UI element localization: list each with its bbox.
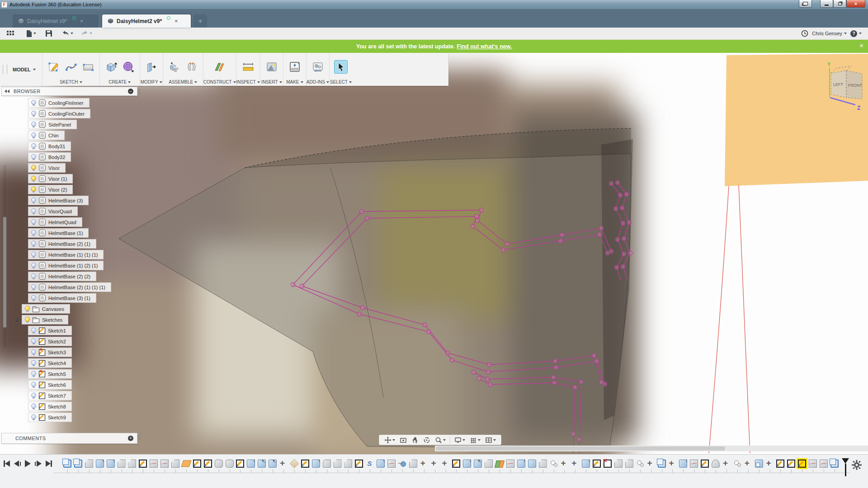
timeline-feature-freeform[interactable] bbox=[160, 460, 169, 468]
visibility-bulb-icon[interactable] bbox=[31, 111, 36, 117]
timeline-feature-reverse[interactable] bbox=[398, 460, 406, 468]
timeline-feature-component[interactable] bbox=[830, 460, 839, 468]
grid-snaps-button[interactable] bbox=[468, 436, 482, 444]
browser-item-sketch4[interactable]: Sketch4 bbox=[28, 358, 72, 368]
restore-button[interactable] bbox=[833, 0, 846, 8]
timeline-feature-extrude[interactable] bbox=[247, 460, 255, 468]
panel-resize-grip[interactable] bbox=[139, 435, 140, 440]
extrude-button[interactable] bbox=[104, 60, 118, 74]
timeline-feature-split[interactable] bbox=[474, 460, 482, 468]
timeline-feature-chamfer[interactable] bbox=[85, 460, 93, 468]
timeline-feature-component[interactable] bbox=[74, 460, 82, 468]
timeline-feature-extrude[interactable] bbox=[96, 460, 104, 468]
browser-item-visorquad[interactable]: VisorQuad bbox=[28, 206, 78, 216]
visibility-bulb-icon[interactable] bbox=[31, 404, 36, 410]
timeline-feature-move[interactable] bbox=[279, 460, 288, 468]
visibility-bulb-icon[interactable] bbox=[25, 317, 30, 323]
timeline-feature-corner[interactable] bbox=[755, 460, 763, 468]
redo-button[interactable] bbox=[80, 30, 92, 37]
timeline-feature-sketch[interactable] bbox=[701, 460, 709, 468]
timeline-feature-revolve[interactable] bbox=[712, 460, 720, 468]
timeline-feature-chamfer[interactable] bbox=[334, 460, 342, 468]
3d-viewport[interactable] bbox=[0, 43, 868, 454]
timeline-feature-chamfer[interactable] bbox=[539, 460, 547, 468]
comments-panel-header[interactable]: COMMENTS + bbox=[1, 433, 137, 444]
banner-close-icon[interactable]: × bbox=[859, 42, 863, 49]
pan-hand-button[interactable] bbox=[410, 436, 420, 444]
timeline-feature-chamfer[interactable] bbox=[485, 460, 493, 468]
visibility-bulb-icon[interactable] bbox=[31, 273, 36, 280]
hscrollbar-thumb[interactable] bbox=[436, 446, 725, 450]
browser-item-sidepanel[interactable]: SidePanel bbox=[28, 120, 77, 129]
press-pull-button[interactable] bbox=[145, 60, 158, 74]
visibility-bulb-icon[interactable] bbox=[31, 122, 36, 128]
timeline-feature-move[interactable] bbox=[647, 460, 655, 468]
timeline-feature-freeform[interactable] bbox=[809, 460, 817, 468]
timeline-feature-move[interactable] bbox=[668, 460, 676, 468]
tab-close-icon[interactable]: × bbox=[174, 18, 179, 24]
timeline-feature-plane[interactable] bbox=[181, 460, 192, 467]
timeline-feature-hole[interactable] bbox=[226, 460, 234, 468]
assemble-group-dropdown[interactable]: ASSEMBLE bbox=[163, 79, 203, 84]
timeline-feature-sketch[interactable] bbox=[236, 460, 244, 468]
select-group-dropdown[interactable]: SELECT bbox=[330, 79, 352, 84]
insert-button[interactable] bbox=[265, 60, 278, 74]
panel-resize-grip[interactable] bbox=[139, 89, 140, 94]
timeline-feature-sketch[interactable] bbox=[193, 460, 201, 468]
browser-item-helmetquad[interactable]: HelmetQuad bbox=[28, 217, 82, 227]
tree-expand-arrow[interactable]: ◢ bbox=[15, 317, 19, 322]
browser-item-canvases[interactable]: Canvases bbox=[22, 304, 70, 314]
undo-button[interactable] bbox=[61, 30, 73, 37]
tree-expand-arrow[interactable]: ▷ bbox=[15, 306, 19, 311]
timeline-feature-point[interactable] bbox=[550, 460, 558, 468]
app-grid-button[interactable] bbox=[6, 29, 14, 38]
construct-group-dropdown[interactable]: CONSTRUCT bbox=[203, 79, 236, 84]
timeline-feature-chamfer[interactable] bbox=[409, 460, 417, 468]
visibility-bulb-icon[interactable] bbox=[31, 338, 36, 345]
browser-item-sketch2[interactable]: Sketch2 bbox=[28, 337, 72, 346]
browser-item-helmetbase-2-1-1-1-[interactable]: HelmetBase (2) (1) (1) (1) bbox=[28, 282, 111, 292]
job-status-clock-icon[interactable] bbox=[801, 30, 808, 37]
timeline-feature-split[interactable] bbox=[269, 460, 277, 468]
timeline-feature-move[interactable] bbox=[722, 460, 731, 468]
visibility-bulb-icon[interactable] bbox=[31, 263, 36, 269]
banner-whats-new-link[interactable]: Find out what's new. bbox=[457, 43, 512, 50]
help-button[interactable]: ? bbox=[850, 30, 862, 37]
timeline-feature-split[interactable] bbox=[258, 460, 266, 468]
visibility-bulb-icon[interactable] bbox=[31, 143, 36, 150]
timeline-feature-extrude[interactable] bbox=[679, 460, 687, 468]
spline-button[interactable] bbox=[64, 60, 78, 74]
browser-item-sketches[interactable]: Sketches bbox=[22, 315, 68, 324]
look-at-button[interactable] bbox=[398, 436, 408, 444]
timeline-feature-freeform[interactable] bbox=[820, 460, 828, 468]
timeline-feature-point[interactable] bbox=[636, 460, 644, 468]
create-form-button[interactable] bbox=[122, 60, 135, 74]
browser-item-sketch6[interactable]: Sketch6 bbox=[28, 380, 72, 389]
timeline-feature-chamfer[interactable] bbox=[344, 460, 352, 468]
browser-item-sketch7[interactable]: Sketch7 bbox=[28, 391, 72, 400]
timeline-feature-sketch[interactable] bbox=[776, 460, 784, 468]
orbit-button[interactable] bbox=[422, 436, 432, 444]
create-group-dropdown[interactable]: CREATE bbox=[100, 79, 140, 84]
viewports-button[interactable] bbox=[484, 436, 497, 444]
timeline-feature-loft[interactable] bbox=[290, 459, 299, 468]
tab-daisyhelmet[interactable]: DaisyHelmet v9* × bbox=[13, 14, 99, 28]
timeline-feature-hole[interactable] bbox=[215, 460, 223, 468]
timeline-feature-extrude[interactable] bbox=[582, 460, 590, 468]
switch-display-button[interactable] bbox=[799, 0, 812, 8]
tab-daisyhelmet2[interactable]: DaisyHelmet2 v9* × bbox=[102, 14, 191, 28]
visibility-bulb-icon[interactable] bbox=[31, 154, 36, 160]
timeline-settings-gear-icon[interactable] bbox=[852, 460, 862, 470]
close-button[interactable]: × bbox=[846, 0, 865, 8]
timeline-feature-component[interactable] bbox=[658, 460, 666, 468]
timeline-feature-chamfer[interactable] bbox=[614, 460, 623, 468]
visibility-bulb-icon[interactable] bbox=[31, 252, 36, 258]
timeline-feature-fillet[interactable] bbox=[323, 460, 331, 468]
browser-item-helmetbase-1-1-1-[interactable]: HelmetBase (1) (1) (1) bbox=[28, 250, 104, 259]
ribbon-grip[interactable] bbox=[3, 65, 7, 74]
browser-item-helmetbase-1-[interactable]: HelmetBase (1) bbox=[28, 228, 89, 238]
timeline-feature-delete[interactable] bbox=[604, 460, 612, 468]
browser-scrollbar[interactable] bbox=[3, 165, 6, 348]
joint-button[interactable] bbox=[185, 60, 198, 74]
browser-item-chin[interactable]: Chin bbox=[28, 131, 65, 140]
